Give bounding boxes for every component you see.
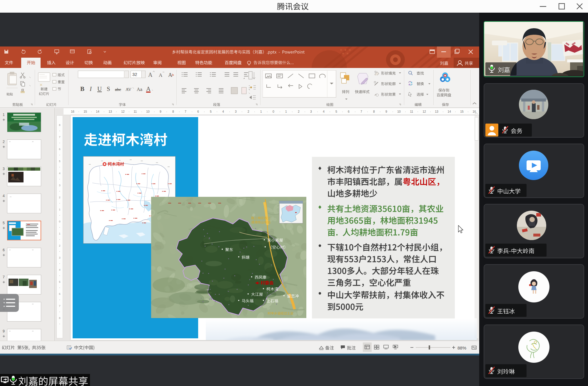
svg-text:4: 4: [59, 268, 60, 271]
svg-text:3: 3: [235, 110, 237, 113]
svg-text:6: 6: [348, 110, 350, 113]
svg-text:Aa: Aa: [137, 87, 142, 92]
svg-text:12: 12: [121, 110, 125, 113]
svg-text:7: 7: [59, 305, 60, 307]
svg-text:13: 13: [435, 110, 438, 113]
svg-text:AV: AV: [126, 87, 131, 92]
svg-text:A: A: [146, 85, 151, 92]
svg-text:abc: abc: [115, 87, 121, 92]
svg-text:S: S: [107, 85, 110, 92]
svg-text:4: 4: [222, 110, 224, 113]
svg-text:A: A: [168, 72, 172, 78]
svg-text:1: 1: [260, 110, 262, 113]
svg-text:15: 15: [83, 110, 87, 113]
svg-text:10: 10: [146, 110, 150, 113]
svg-text:4: 4: [59, 172, 60, 175]
svg-text:U: U: [97, 85, 102, 92]
svg-text:9: 9: [160, 110, 161, 113]
svg-text:3: 3: [310, 110, 312, 113]
svg-text:14: 14: [447, 110, 451, 113]
svg-text:5: 5: [335, 110, 337, 113]
svg-text:11: 11: [410, 110, 413, 113]
svg-text:15: 15: [460, 110, 464, 113]
svg-text:9: 9: [385, 110, 387, 113]
svg-text:6: 6: [59, 148, 60, 151]
svg-text:8: 8: [172, 110, 174, 113]
svg-text:4: 4: [323, 110, 325, 113]
svg-text:B: B: [80, 85, 84, 92]
svg-text:I: I: [89, 85, 92, 92]
svg-text:7: 7: [59, 136, 60, 139]
svg-text:2: 2: [59, 196, 60, 199]
svg-text:13: 13: [108, 110, 112, 113]
svg-text:14: 14: [96, 110, 99, 113]
svg-text:5: 5: [59, 280, 60, 283]
svg-text:2: 2: [59, 244, 60, 247]
svg-text:6: 6: [197, 110, 199, 113]
svg-text:2: 2: [298, 110, 300, 113]
svg-text:1: 1: [59, 232, 60, 235]
svg-text:0: 0: [59, 220, 60, 223]
svg-text:0: 0: [273, 110, 274, 113]
svg-text:12: 12: [422, 110, 426, 113]
svg-text:5: 5: [59, 160, 60, 163]
svg-text:7: 7: [185, 110, 186, 113]
svg-text:7: 7: [360, 110, 362, 113]
svg-text:16: 16: [71, 110, 74, 113]
svg-text:10: 10: [397, 110, 401, 113]
svg-text:8: 8: [373, 110, 375, 113]
svg-text:A: A: [159, 72, 163, 78]
svg-text:1: 1: [59, 208, 60, 211]
svg-text:1: 1: [285, 110, 287, 113]
svg-text:6: 6: [59, 292, 60, 295]
svg-text:3: 3: [59, 184, 60, 187]
svg-text:11: 11: [134, 110, 137, 113]
svg-text:8: 8: [59, 124, 60, 127]
svg-text:2: 2: [248, 110, 249, 113]
svg-text:A: A: [148, 71, 153, 78]
svg-text:8: 8: [59, 317, 60, 320]
svg-text:5: 5: [210, 110, 212, 113]
svg-text:3: 3: [59, 256, 60, 259]
